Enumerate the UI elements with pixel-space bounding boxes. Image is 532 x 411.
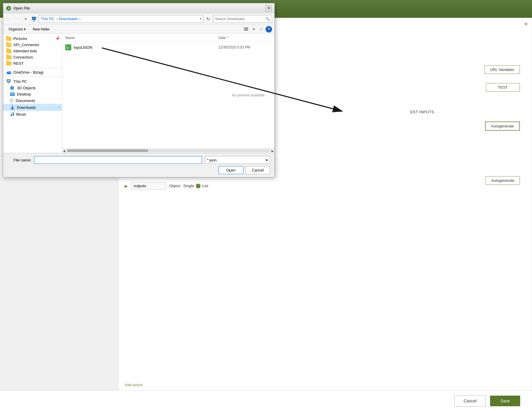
dialog-footer: File name: *.json ▾ Open Cancel [3, 153, 274, 177]
nav-item-api-connector[interactable]: API_Connector [3, 42, 62, 48]
3d-objects-icon [10, 85, 15, 90]
scroll-down-icon: ▾ [58, 106, 60, 109]
svg-rect-12 [10, 87, 14, 90]
new-folder-button[interactable]: New folder [30, 26, 53, 32]
nav-item-pictures-label: Pictures [13, 36, 27, 41]
svg-rect-20 [10, 109, 14, 109]
scrollbar-right-arrow[interactable]: ▶ [271, 149, 274, 152]
nav-item-3d-objects[interactable]: 3D Objects [3, 85, 62, 91]
dialog-body: Pictures 📌 API_Connector Attended bots C… [3, 34, 274, 153]
dialog-close-button[interactable]: ✕ [266, 5, 271, 11]
path-dropdown-arrow[interactable]: ▾ [200, 17, 201, 20]
column-date-header[interactable]: Date ^ [218, 36, 271, 40]
nav-item-downloads-label: Downloads [17, 105, 36, 110]
open-button[interactable]: Open [219, 166, 243, 174]
path-separator-2: > [79, 17, 81, 21]
no-preview-label: No preview available. [232, 93, 266, 97]
folder-icon [6, 55, 12, 59]
dialog-title-icon [6, 6, 11, 11]
nav-item-documents-label: Documents [16, 98, 35, 103]
nav-item-music[interactable]: Music [3, 111, 62, 117]
filetype-arrow-icon: ▾ [266, 158, 268, 162]
open-file-dialog: Open File ✕ ← → ▾ This PC > Downloads > … [3, 3, 275, 177]
view-icons: ▾ □ ? [243, 26, 272, 33]
dialog-address-toolbar: ← → ▾ This PC > Downloads > ▾ ↻ 🔍 [3, 13, 274, 25]
dialog-titlebar: Open File ✕ [3, 3, 274, 13]
nav-item-this-pc-label: This PC [13, 79, 27, 84]
nav-item-documents[interactable]: Documents [3, 97, 62, 104]
nav-item-onedrive[interactable]: OneDrive - Bizagi [3, 69, 62, 75]
column-name-header[interactable]: Name [65, 36, 212, 40]
preview-pane-button[interactable]: □ [258, 26, 265, 33]
organize-arrow-icon: ▾ [24, 27, 26, 31]
file-content-area: Name Date ^ {} [62, 34, 274, 153]
horizontal-scrollbar[interactable]: ◀ ▶ [62, 148, 274, 153]
scrollbar-thumb[interactable] [67, 149, 148, 152]
svg-text:{}: {} [66, 47, 68, 49]
path-bar[interactable]: This PC > Downloads > ▾ [39, 15, 204, 23]
nav-item-onedrive-label: OneDrive - Bizagi [13, 70, 43, 75]
nav-separator-1 [3, 68, 62, 68]
svg-rect-2 [244, 27, 248, 28]
downloads-icon [10, 105, 15, 110]
nav-item-rest[interactable]: REST [3, 60, 62, 67]
action-row: Open Cancel [8, 166, 270, 174]
sort-arrow-icon: ^ [227, 36, 229, 40]
nav-item-desktop-label: Desktop [17, 92, 31, 96]
nav-pin-icon: 📌 [56, 37, 60, 41]
this-pc-icon [6, 79, 12, 84]
svg-rect-9 [7, 80, 10, 82]
documents-icon [10, 98, 14, 103]
nav-item-this-pc[interactable]: This PC [3, 78, 62, 85]
search-icon: 🔍 [266, 17, 270, 21]
nav-recent-button[interactable]: ▾ [22, 15, 29, 22]
filename-row: File name: *.json ▾ [8, 156, 270, 164]
svg-point-7 [8, 71, 11, 73]
refresh-button[interactable]: ↻ [205, 15, 212, 22]
nav-item-connectors[interactable]: Connectors [3, 54, 62, 60]
nav-up-button[interactable] [30, 15, 38, 22]
dialog-title-text: Open File [13, 6, 263, 10]
filename-label: File name: [8, 158, 31, 162]
organize-button[interactable]: Organize ▾ [6, 26, 29, 32]
search-bar[interactable]: 🔍 [213, 15, 272, 23]
left-nav-panel: Pictures 📌 API_Connector Attended bots C… [3, 34, 62, 153]
organize-label: Organize [9, 27, 23, 31]
path-separator-1: > [56, 17, 57, 21]
search-input[interactable] [215, 17, 264, 21]
nav-back-button[interactable]: ← [6, 15, 13, 22]
svg-rect-15 [10, 93, 14, 95]
nav-item-music-label: Music [16, 112, 26, 116]
nav-item-pictures[interactable]: Pictures 📌 [3, 35, 62, 42]
dialog-cancel-button[interactable]: Cancel [246, 166, 270, 174]
svg-rect-11 [7, 83, 10, 83]
path-downloads[interactable]: Downloads [59, 17, 78, 21]
nav-item-attended-bots[interactable]: Attended bots [3, 48, 62, 54]
json-file-icon: {} [65, 44, 71, 50]
nav-item-attended-bots-label: Attended bots [13, 49, 37, 53]
folder-icon [6, 37, 12, 41]
svg-marker-13 [10, 86, 14, 87]
file-date-inputjson: 12/30/2020 5:03 PM [218, 45, 271, 49]
filename-input[interactable] [34, 156, 202, 164]
scrollbar-left-arrow[interactable]: ◀ [63, 149, 65, 152]
filetype-select[interactable]: *.json ▾ [205, 156, 270, 164]
nav-forward-button[interactable]: → [14, 15, 21, 22]
nav-item-connectors-label: Connectors [13, 55, 33, 59]
dialog-overlay: Open File ✕ ← → ▾ This PC > Downloads > … [0, 0, 532, 411]
nav-separator-2 [3, 77, 62, 77]
help-button[interactable]: ? [266, 26, 272, 33]
nav-item-downloads[interactable]: Downloads ▾ [3, 104, 62, 111]
nav-item-desktop[interactable]: Desktop [3, 91, 62, 97]
svg-rect-4 [244, 30, 248, 30]
organize-toolbar: Organize ▾ New folder ▾ □ ? [3, 25, 274, 34]
folder-icon [6, 43, 12, 47]
view-list-button[interactable] [243, 26, 250, 33]
path-this-pc[interactable]: This PC [41, 17, 54, 21]
scrollbar-track[interactable] [67, 149, 270, 152]
filetype-value: *.json [207, 158, 217, 162]
file-item-inputjson[interactable]: {} InputJSON 12/30/2020 5:03 PM [62, 43, 274, 51]
file-name-inputjson: InputJSON [74, 45, 216, 50]
view-detail-button[interactable]: ▾ [250, 26, 257, 33]
nav-item-3d-objects-label: 3D Objects [17, 86, 36, 90]
